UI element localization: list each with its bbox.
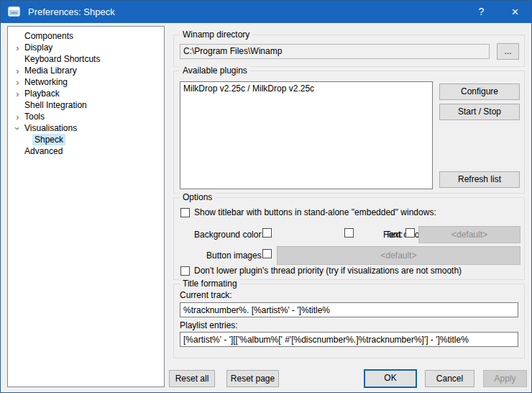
close-icon[interactable]: × (499, 1, 531, 23)
plugins-listbox[interactable]: MilkDrop v2.25c / MilkDrop v2.25c (180, 81, 433, 189)
chevron-down-icon[interactable]: › (13, 124, 22, 133)
font-label: Font: (383, 230, 403, 240)
ok-button[interactable]: OK (364, 369, 417, 388)
tree-item-components[interactable]: Components (8, 30, 164, 42)
tree-item-display[interactable]: › Display (8, 42, 164, 53)
title-formatting-group: Title formating Current track: Playlist … (173, 284, 525, 358)
configure-button[interactable]: Configure (439, 83, 520, 100)
show-titlebar-option: Show titlebar with buttons in stand-alon… (180, 207, 436, 217)
options-group: Options Show titlebar with buttons in st… (173, 197, 525, 280)
thread-priority-checkbox[interactable] (180, 266, 190, 276)
playlist-entries-label: Playlist entries: (180, 320, 238, 330)
preferences-dialog: Preferences: Shpeck ? × Components › Dis… (0, 0, 532, 393)
start-stop-button[interactable]: Start / Stop (439, 104, 520, 120)
background-color-label: Background color: (194, 230, 264, 240)
button-images-checkbox[interactable] (262, 249, 272, 258)
group-title: Title formating (180, 279, 240, 289)
button-images-default-button[interactable]: <default> (277, 246, 520, 265)
available-plugins-group: Available plugins MilkDrop v2.25c / Milk… (173, 71, 525, 194)
chevron-right-icon[interactable]: › (13, 89, 22, 99)
current-track-input[interactable] (180, 302, 518, 317)
tree-item-playback[interactable]: › Playback (8, 88, 164, 99)
group-title: Available plugins (180, 66, 250, 76)
window-title: Preferences: Shpeck (28, 6, 115, 17)
cancel-button[interactable]: Cancel (425, 370, 474, 387)
plugin-list-item[interactable]: MilkDrop v2.25c / MilkDrop v2.25c (180, 82, 432, 95)
group-title: Winamp directory (180, 30, 252, 40)
background-color-checkbox[interactable] (262, 228, 272, 238)
chevron-right-icon[interactable]: › (13, 66, 22, 76)
font-default-button[interactable]: <default> (418, 226, 520, 243)
browse-button[interactable]: ... (497, 43, 519, 60)
thread-priority-label: Don't lower plugin's thread priority (tr… (194, 266, 462, 276)
apply-button[interactable]: Apply (483, 370, 527, 387)
preferences-window-icon (8, 6, 20, 17)
tree-item-advanced[interactable]: Advanced (8, 145, 164, 157)
refresh-list-button[interactable]: Refresh list (439, 171, 520, 188)
reset-page-button[interactable]: Reset page (226, 370, 279, 387)
chevron-right-icon[interactable]: › (13, 43, 22, 53)
tree-item-shell-integration[interactable]: Shell Integration (8, 99, 164, 111)
tree-item-media-library[interactable]: › Media Library (8, 65, 164, 76)
preferences-tree: Components › Display Keyboard Shortcuts … (7, 26, 165, 387)
tree-item-tools[interactable]: › Tools (8, 111, 164, 122)
chevron-right-icon[interactable]: › (13, 78, 22, 87)
button-images-label: Button images: (206, 250, 264, 261)
current-track-label: Current track: (180, 290, 232, 300)
group-title: Options (180, 192, 215, 202)
thread-priority-option: Don't lower plugin's thread priority (tr… (180, 266, 462, 276)
text-color-checkbox[interactable] (344, 228, 354, 238)
winamp-directory-field[interactable]: C:\Program Files\Winamp (180, 44, 490, 59)
show-titlebar-label: Show titlebar with buttons in stand-alon… (194, 207, 436, 217)
help-icon[interactable]: ? (465, 1, 497, 23)
show-titlebar-checkbox[interactable] (180, 208, 190, 217)
tree-item-visualisations[interactable]: › Visualisations (8, 122, 164, 134)
winamp-directory-group: Winamp directory C:\Program Files\Winamp… (173, 35, 525, 67)
font-checkbox[interactable] (405, 228, 415, 238)
tree-item-networking[interactable]: › Networking (8, 76, 164, 88)
titlebar[interactable]: Preferences: Shpeck ? × (1, 1, 531, 23)
reset-all-button[interactable]: Reset all (169, 370, 215, 387)
tree-item-keyboard-shortcuts[interactable]: Keyboard Shortcuts (8, 53, 164, 65)
tree-item-shpeck[interactable]: Shpeck (8, 134, 164, 145)
chevron-right-icon[interactable]: › (13, 112, 22, 122)
playlist-entries-input[interactable] (180, 332, 518, 347)
